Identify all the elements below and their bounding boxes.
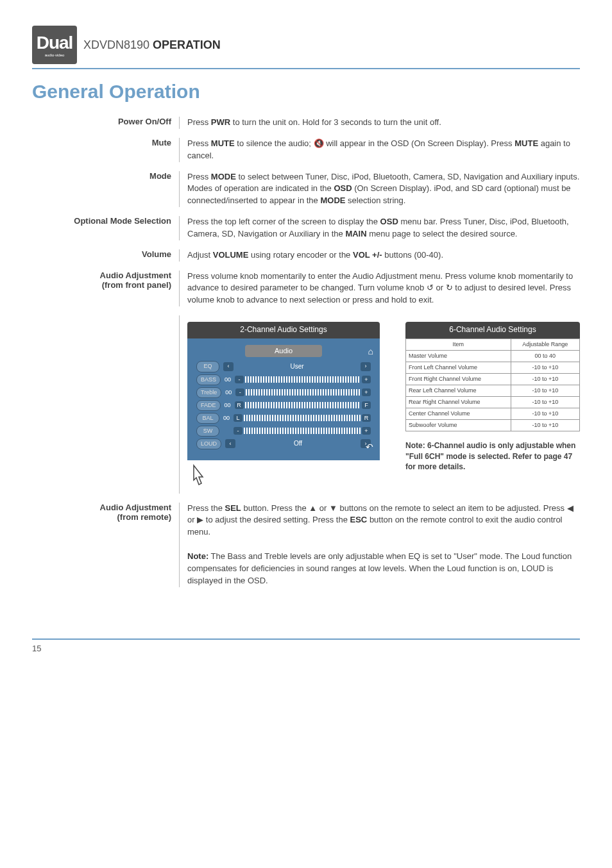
header-rule bbox=[32, 68, 580, 69]
eq-num: 00 bbox=[223, 414, 232, 422]
t: SEL bbox=[225, 503, 241, 513]
table-cell: Rear Left Channel Volume bbox=[406, 385, 511, 396]
table-row: Master Volume00 to 40 bbox=[406, 350, 580, 362]
eq-slider: 00RF bbox=[225, 401, 371, 410]
slider-end-left: - bbox=[235, 376, 244, 383]
row-label: Audio Adjustment (from front panel) bbox=[32, 271, 180, 307]
six-channel-col: 6-Channel Audio Settings Item Adjustable… bbox=[405, 322, 580, 472]
table-row: Center Channel Volume-10 to +10 bbox=[406, 408, 580, 419]
remote-row: Audio Adjustment (from remote) Press the… bbox=[32, 503, 580, 587]
eq-num: 00 bbox=[225, 388, 234, 397]
eq-row: FADE00RF bbox=[196, 400, 371, 411]
logo-text: Dual bbox=[37, 33, 73, 53]
content-row: MutePress MUTE to silence the audio; 🔇 w… bbox=[32, 138, 580, 162]
content-row: Audio Adjustment (from front panel)Press… bbox=[32, 271, 580, 307]
row-label: Power On/Off bbox=[32, 117, 180, 129]
table-cell: -10 to +10 bbox=[511, 396, 579, 408]
six-channel-note: Note: 6-Channel audio is only adjustable… bbox=[405, 440, 580, 472]
content-row: Power On/OffPress PWR to turn the unit o… bbox=[32, 117, 580, 129]
row-body: Adjust VOLUME using rotary encoder or th… bbox=[180, 249, 580, 262]
content-row: VolumeAdjust VOLUME using rotary encoder… bbox=[32, 249, 580, 262]
slider-ticks bbox=[245, 402, 361, 408]
table-row: Rear Right Channel Volume-10 to +10 bbox=[406, 396, 580, 408]
row-body: Press MUTE to silence the audio; 🔇 will … bbox=[180, 138, 580, 162]
content-row: ModePress MODE to select between Tuner, … bbox=[32, 171, 580, 208]
eq-value: Off bbox=[239, 439, 357, 449]
page-number: 15 bbox=[32, 644, 580, 653]
slider-end-right: F bbox=[362, 401, 371, 409]
header-row: Dual audio·video XDVDN8190 OPERATION bbox=[32, 26, 580, 64]
table-cell: -10 to +10 bbox=[511, 362, 579, 373]
slider-end-left: - bbox=[234, 427, 242, 435]
table-row: Subwoofer Volume-10 to +10 bbox=[406, 419, 580, 431]
model-number: XDVDN8190 bbox=[83, 38, 149, 51]
eq-pill: FADE bbox=[196, 400, 221, 411]
table-cell: Front Right Channel Volume bbox=[406, 373, 511, 385]
eq-slider: 00LR bbox=[223, 414, 371, 422]
table-cell: Master Volume bbox=[406, 350, 511, 362]
table-row: Front Left Channel Volume-10 to +10 bbox=[406, 362, 580, 373]
eq-pill: LOUD bbox=[196, 438, 221, 449]
eq-slider: 00-+ bbox=[225, 376, 371, 384]
t: Press the bbox=[187, 503, 225, 513]
table-cell: Rear Right Channel Volume bbox=[406, 396, 511, 408]
eq-row: Treble00-+ bbox=[196, 387, 371, 398]
panel-inner-title: Audio bbox=[245, 345, 322, 358]
remote-p2: Note: The Bass and Treble levels are onl… bbox=[187, 551, 580, 587]
eq-row: EQ‹User› bbox=[196, 361, 371, 372]
slider-ticks bbox=[244, 428, 361, 434]
audio-panel: ⌂ Audio EQ‹User›BASS00-+Treble00-+FADE00… bbox=[187, 338, 380, 460]
remote-body: Press the SEL button. Press the ▲ or ▼ b… bbox=[180, 503, 580, 587]
slider-end-right: + bbox=[362, 388, 371, 396]
arrow-left-icon: ‹ bbox=[223, 362, 234, 371]
table-cell: Center Channel Volume bbox=[406, 408, 511, 419]
row-label: Volume bbox=[32, 249, 180, 262]
two-channel-title: 2-Channel Audio Settings bbox=[187, 322, 380, 338]
slider-end-left: R bbox=[235, 401, 244, 409]
eq-slider: 00-+ bbox=[225, 388, 371, 397]
settings-body: 2-Channel Audio Settings ⌂ Audio EQ‹User… bbox=[180, 315, 580, 494]
section-name: OPERATION bbox=[153, 38, 221, 51]
page-heading: General Operation bbox=[32, 81, 580, 103]
slider-end-left: - bbox=[235, 388, 244, 396]
row-label: Mode bbox=[32, 171, 180, 208]
row-body: Press MODE to select between Tuner, Disc… bbox=[180, 171, 580, 208]
eq-value: User bbox=[237, 362, 357, 372]
t: The Bass and Treble levels are only adju… bbox=[187, 551, 572, 585]
back-icon: ↶ bbox=[366, 440, 373, 453]
slider-end-right: + bbox=[362, 376, 371, 383]
row-body: Press the top left corner of the screen … bbox=[180, 216, 580, 240]
eq-row: BASS00-+ bbox=[196, 374, 371, 385]
home-icon: ⌂ bbox=[368, 345, 373, 358]
t: Note: bbox=[187, 551, 208, 561]
row-label: Mute bbox=[32, 138, 180, 162]
table-cell: -10 to +10 bbox=[511, 385, 579, 396]
table-cell: Front Left Channel Volume bbox=[406, 362, 511, 373]
eq-pill: BASS bbox=[196, 374, 221, 385]
row-body: Press volume knob momentarily to enter t… bbox=[180, 271, 580, 307]
six-channel-table: Item Adjustable Range Master Volume00 to… bbox=[405, 338, 580, 431]
eq-row: SW-+ bbox=[196, 426, 371, 437]
slider-ticks bbox=[245, 376, 361, 383]
row-label: Optional Mode Selection bbox=[32, 216, 180, 240]
eq-num: 00 bbox=[225, 401, 234, 410]
header-title: XDVDN8190 OPERATION bbox=[83, 38, 221, 52]
table-cell: -10 to +10 bbox=[511, 373, 579, 385]
arrow-left-icon: ‹ bbox=[225, 439, 235, 448]
row-body: Press PWR to turn the unit on. Hold for … bbox=[180, 117, 580, 129]
remote-p1: Press the SEL button. Press the ▲ or ▼ b… bbox=[187, 503, 580, 539]
six-channel-title: 6-Channel Audio Settings bbox=[405, 322, 580, 338]
table-head-item: Item bbox=[406, 338, 511, 350]
remote-label: Audio Adjustment (from remote) bbox=[32, 503, 180, 587]
brand-logo: Dual audio·video bbox=[32, 26, 77, 64]
eq-row: BAL00LR bbox=[196, 413, 371, 424]
table-cell: -10 to +10 bbox=[511, 408, 579, 419]
slider-ticks bbox=[246, 389, 361, 396]
slider-end-right: R bbox=[362, 414, 371, 422]
footer-rule bbox=[32, 638, 580, 640]
logo-subtext: audio·video bbox=[45, 53, 65, 57]
t: ESC bbox=[350, 515, 368, 524]
slider-end-right: + bbox=[362, 427, 371, 435]
table-row: Front Right Channel Volume-10 to +10 bbox=[406, 373, 580, 385]
eq-pill: Treble bbox=[196, 387, 221, 398]
